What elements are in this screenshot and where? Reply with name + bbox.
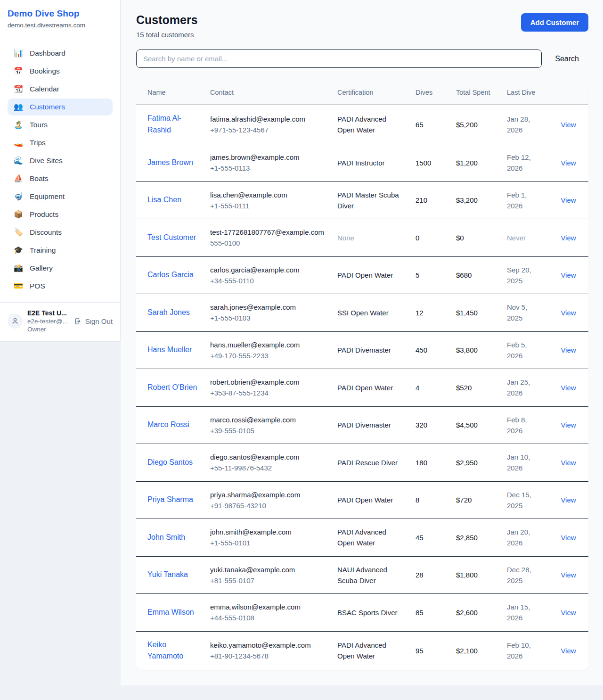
table-row: Yuki Tanaka yuki.tanaka@example.com +81-…: [136, 556, 588, 594]
customer-total-spent: $680: [456, 271, 472, 279]
customer-name-link[interactable]: Lisa Chen: [147, 196, 181, 204]
shop-domain: demo.test.divestreams.com: [8, 22, 113, 29]
view-customer-link[interactable]: View: [561, 459, 576, 467]
view-customer-link[interactable]: View: [561, 196, 576, 204]
customer-last-dive: Jan 10, 2026: [507, 453, 530, 472]
customer-name-link[interactable]: Yuki Tanaka: [147, 570, 188, 578]
view-customer-link[interactable]: View: [561, 571, 576, 579]
customer-name-link[interactable]: Sarah Jones: [147, 308, 190, 316]
customer-certification: BSAC Sports Diver: [337, 609, 398, 617]
view-customer-link[interactable]: View: [561, 234, 576, 242]
view-customer-link[interactable]: View: [561, 384, 576, 392]
sidebar-item-training[interactable]: 🎓 Training: [8, 242, 113, 259]
customer-last-dive: Dec 28, 2025: [507, 566, 531, 585]
customer-total-spent: $1,800: [456, 571, 478, 579]
table-row: Fatima Al-Rashid fatima.alrashid@example…: [136, 105, 588, 144]
customer-certification: PADI Advanced Open Water: [337, 528, 386, 547]
customer-phone: +1-555-0101: [210, 537, 326, 548]
customer-email: hans.mueller@example.com: [210, 339, 326, 350]
table-row: Emma Wilson emma.wilson@example.com +44-…: [136, 594, 588, 632]
customer-name-link[interactable]: Fatima Al-Rashid: [147, 114, 181, 134]
customer-dives: 320: [416, 421, 427, 429]
sidebar-item-pos[interactable]: 💳 POS: [8, 278, 113, 295]
customers-table-card: Name Contact Certification Dives Total S…: [136, 80, 588, 670]
sidebar-item-equipment[interactable]: 🤿 Equipment: [8, 188, 113, 205]
customer-email: james.brown@example.com: [210, 152, 326, 163]
view-customer-link[interactable]: View: [561, 159, 576, 167]
sidebar-item-tours[interactable]: 🏝️ Tours: [8, 116, 113, 133]
customer-certification: PADI Master Scuba Diver: [337, 191, 399, 210]
sidebar-item-trips[interactable]: 🚤 Trips: [8, 134, 113, 151]
column-header-dives: Dives: [410, 80, 450, 105]
sidebar-item-calendar[interactable]: 📆 Calendar: [8, 81, 113, 98]
customer-last-dive: Feb 8, 2026: [507, 416, 527, 435]
search-button[interactable]: Search: [555, 55, 579, 63]
customer-dives: 8: [416, 496, 419, 504]
customer-phone: +353-87-555-1234: [210, 387, 326, 398]
column-header-last-dive: Last Dive: [501, 80, 548, 105]
customer-email: priya.sharma@example.com: [210, 489, 326, 500]
sidebar-item-discounts[interactable]: 🏷️ Discounts: [8, 224, 113, 241]
avatar: [8, 313, 23, 329]
customer-phone: +81-90-1234-5678: [210, 651, 326, 661]
view-customer-link[interactable]: View: [561, 496, 576, 504]
customer-total-spent: $2,850: [456, 534, 478, 542]
customer-name-link[interactable]: Marco Rossi: [147, 420, 189, 428]
view-customer-link[interactable]: View: [561, 609, 576, 617]
sidebar-item-dashboard[interactable]: 📊 Dashboard: [8, 45, 113, 62]
customer-count: 15 total customers: [136, 31, 198, 39]
customer-name-link[interactable]: John Smith: [147, 533, 185, 541]
sidebar-item-products[interactable]: 📦 Products: [8, 206, 113, 223]
view-customer-link[interactable]: View: [561, 534, 576, 542]
page-header: Customers 15 total customers Add Custome…: [136, 13, 588, 39]
water-wave-icon: 🌊: [13, 157, 24, 165]
customer-dives: 45: [416, 534, 424, 542]
customer-dives: 95: [416, 647, 424, 655]
customer-dives: 12: [416, 309, 424, 317]
view-customer-link[interactable]: View: [561, 647, 576, 655]
label-tag-icon: 🏷️: [13, 229, 24, 236]
customer-name-link[interactable]: Keiko Yamamoto: [147, 641, 183, 660]
table-row: Robert O'Brien robert.obrien@example.com…: [136, 369, 588, 407]
table-row: John Smith john.smith@example.com +1-555…: [136, 519, 588, 557]
table-row: Priya Sharma priya.sharma@example.com +9…: [136, 481, 588, 519]
sidebar-item-bookings[interactable]: 📅 Bookings: [8, 63, 113, 80]
customer-certification: PADI Open Water: [337, 384, 393, 392]
customer-name-link[interactable]: Emma Wilson: [147, 608, 194, 616]
customer-name-link[interactable]: Test Customer: [147, 233, 196, 241]
customer-name-link[interactable]: Diego Santos: [147, 458, 193, 466]
sidebar-item-dive-sites[interactable]: 🌊 Dive Sites: [8, 152, 113, 169]
customer-last-dive: Jan 28, 2026: [507, 115, 530, 134]
table-row: Diego Santos diego.santos@example.com +5…: [136, 444, 588, 482]
sign-out-button[interactable]: Sign Out: [74, 317, 113, 325]
sidebar-item-gallery[interactable]: 📸 Gallery: [8, 260, 113, 277]
customer-name-link[interactable]: James Brown: [147, 158, 193, 166]
customer-name-link[interactable]: Carlos Garcia: [147, 271, 194, 279]
view-customer-link[interactable]: View: [561, 421, 576, 429]
page-title: Customers: [136, 13, 198, 27]
view-customer-link[interactable]: View: [561, 309, 576, 317]
sidebar-item-customers[interactable]: 👥 Customers: [8, 99, 113, 115]
table-row: Marco Rossi marco.rossi@example.com +39-…: [136, 406, 588, 444]
sidebar-item-boats[interactable]: ⛵ Boats: [8, 170, 113, 187]
customer-dives: 210: [416, 196, 427, 204]
customer-email: test-1772681807767@example.com: [210, 227, 326, 238]
sign-out-label: Sign Out: [85, 317, 113, 325]
customer-name-link[interactable]: Priya Sharma: [147, 495, 193, 503]
column-header-total-spent: Total Spent: [450, 80, 501, 105]
view-customer-link[interactable]: View: [561, 121, 576, 129]
customer-name-link[interactable]: Robert O'Brien: [147, 383, 197, 391]
user-info: E2E Test U... e2e-tester@... Owner: [27, 309, 69, 333]
customer-email: marco.rossi@example.com: [210, 414, 326, 425]
desert-island-icon: 🏝️: [13, 121, 24, 129]
customer-email: emma.wilson@example.com: [210, 601, 326, 612]
view-customer-link[interactable]: View: [561, 346, 576, 354]
customer-name-link[interactable]: Hans Mueller: [147, 346, 192, 354]
customer-phone: 555-0100: [210, 238, 326, 248]
table-row: Sarah Jones sarah.jones@example.com +1-5…: [136, 294, 588, 332]
add-customer-button[interactable]: Add Customer: [521, 13, 588, 32]
customer-email: robert.obrien@example.com: [210, 377, 326, 387]
search-input[interactable]: [136, 49, 542, 68]
view-customer-link[interactable]: View: [561, 271, 576, 279]
customer-dives: 4: [416, 384, 419, 392]
